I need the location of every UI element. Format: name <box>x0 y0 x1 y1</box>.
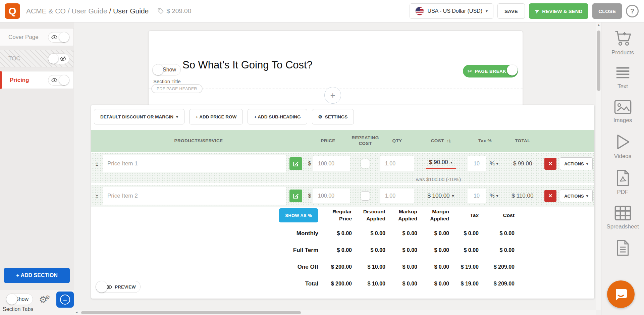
scroll-left-icon[interactable]: ◄ <box>75 311 78 314</box>
add-content-button[interactable]: + <box>324 87 341 104</box>
sidebar-footer: Show Section Tabs ⚙⚙ ← <box>0 290 74 315</box>
toggle-knob <box>59 32 69 42</box>
tool-images[interactable]: Images <box>613 100 632 124</box>
x-icon: ✕ <box>548 161 553 166</box>
drag-handle-icon[interactable]: ↕ <box>91 153 103 175</box>
section-tabs-toggle[interactable]: Show <box>6 294 33 305</box>
tax-input[interactable] <box>468 156 486 171</box>
add-price-row-button[interactable]: + ADD PRICE ROW <box>189 109 243 124</box>
toggle-knob <box>153 64 163 75</box>
delete-row-button[interactable]: ✕ <box>544 158 556 170</box>
edit-item-button[interactable] <box>289 190 302 202</box>
col-total: TOTAL <box>502 130 543 152</box>
breadcrumb-path[interactable]: ACME & CO / User Guide <box>26 7 107 15</box>
review-send-button[interactable]: ➤ REVIEW & SEND <box>529 3 589 19</box>
currency-selector[interactable]: USA - US Dollar (USD) ▾ <box>410 3 493 19</box>
paper-plane-icon: ➤ <box>534 7 540 15</box>
summary-value: $ 0.00 <box>481 225 517 242</box>
tool-videos[interactable]: Videos <box>614 134 632 160</box>
delete-row-button[interactable]: ✕ <box>544 190 556 202</box>
tax-unit-dropdown[interactable]: %▾ <box>490 193 498 199</box>
help-icon[interactable]: ? <box>626 5 639 17</box>
tool-pdf[interactable]: PDF <box>615 169 630 196</box>
tool-document-partial[interactable] <box>616 240 630 256</box>
summary-value: $ 0.00 <box>320 225 354 242</box>
price-table-header: PRODUCTS/SERVICE PRICE REPEATING COST QT… <box>91 130 594 152</box>
chevron-down-icon: ▾ <box>496 161 498 166</box>
summary-col-header: Regular Price <box>320 206 354 225</box>
sidebar-item-pricing[interactable]: Pricing <box>0 71 74 89</box>
app-root: Q ACME & CO / User Guide / User Guide $ … <box>0 0 644 315</box>
quote-total-tag: $ 209.00 <box>157 7 191 15</box>
summary-value: $ 0.00 <box>451 225 481 242</box>
add-subheading-button[interactable]: + ADD SUB-HEADING <box>248 109 307 124</box>
cover-page-visibility-toggle[interactable] <box>48 32 69 43</box>
cost-dropdown[interactable]: $ 100.00▾ <box>414 185 468 207</box>
section-label: Pricing <box>10 77 29 84</box>
sidebar-item-cover-page[interactable]: Cover Page <box>0 28 74 46</box>
tax-input[interactable] <box>468 189 486 203</box>
price-row-2: ↕ $ $ 100.00▾ <box>91 185 594 207</box>
repeating-cost-checkbox[interactable] <box>361 159 370 168</box>
row-actions-dropdown[interactable]: ACTIONS▾ <box>560 157 593 170</box>
chevron-down-icon: ▾ <box>586 161 588 166</box>
edit-item-button[interactable] <box>289 157 302 170</box>
section-title[interactable]: So What's It Going To Cost? <box>182 59 313 71</box>
horizontal-scrollbar[interactable]: ◄ <box>74 310 596 315</box>
tax-unit-dropdown[interactable]: %▾ <box>490 161 498 167</box>
qty-input[interactable] <box>380 189 414 203</box>
default-discount-dropdown[interactable]: DEFAULT DISCOUNT OR MARGIN ▾ <box>94 109 184 124</box>
page-break-toggle[interactable]: ✂ PAGE BREAK <box>463 65 518 77</box>
item-name-input[interactable] <box>103 187 286 205</box>
scroll-up-icon[interactable]: ▲ <box>596 23 601 27</box>
chevron-down-icon: ▾ <box>450 160 452 165</box>
horizontal-scroll-thumb[interactable] <box>81 311 301 314</box>
repeating-cost-checkbox[interactable] <box>361 191 370 201</box>
pencil-square-icon <box>292 193 299 199</box>
summary-value: $ 0.00 <box>387 275 419 292</box>
pricing-visibility-toggle[interactable] <box>48 75 69 86</box>
top-bar: Q ACME & CO / User Guide / User Guide $ … <box>0 0 644 22</box>
x-icon: ✕ <box>548 193 553 199</box>
add-section-button[interactable]: + ADD SECTION <box>4 268 70 283</box>
tool-text[interactable]: Text <box>615 66 631 90</box>
eye-icon <box>51 77 57 83</box>
item-name-input[interactable] <box>103 155 286 172</box>
app-logo-icon[interactable]: Q <box>5 3 20 19</box>
toc-visibility-toggle[interactable] <box>48 53 69 64</box>
price-input[interactable] <box>313 189 350 203</box>
chat-widget-button[interactable] <box>607 280 635 308</box>
summary-row-label: Monthly <box>263 225 320 242</box>
close-button[interactable]: CLOSE <box>592 3 622 19</box>
col-repeating-cost: REPEATING COST <box>350 130 380 152</box>
play-icon <box>615 134 631 150</box>
chevron-down-icon: ▾ <box>452 194 454 198</box>
section-label: Cover Page <box>8 34 39 41</box>
qty-input[interactable] <box>380 156 414 171</box>
currency-label: USA - US Dollar (USD) <box>427 8 482 14</box>
section-title-show-toggle[interactable]: Show <box>153 64 181 75</box>
summary-row-label: Full Term <box>263 242 320 259</box>
price-input[interactable] <box>313 156 350 171</box>
save-button[interactable]: SAVE <box>497 3 525 19</box>
row-actions-dropdown[interactable]: ACTIONS▾ <box>560 190 593 202</box>
preview-toggle[interactable]: PREVIEW <box>96 281 141 293</box>
cost-was-note: was $100.00 (-10%) <box>416 175 490 182</box>
col-cost[interactable]: COST ↑ 19 <box>414 130 468 152</box>
pricing-toolbar: DEFAULT DISCOUNT OR MARGIN ▾ + ADD PRICE… <box>94 109 354 124</box>
tool-products[interactable]: Products <box>611 30 634 56</box>
summary-value: $ 0.00 <box>419 275 451 292</box>
show-as-percent-button[interactable]: SHOW AS % <box>279 208 318 222</box>
sort-numeric-icon[interactable]: ↑ 19 <box>447 138 450 144</box>
cost-dropdown[interactable]: $ 90.00▾ <box>414 153 468 175</box>
settings-button[interactable]: ⚙ SETTINGS <box>312 109 354 124</box>
sidebar-item-toc[interactable]: TOC <box>0 50 74 67</box>
vertical-scrollbar[interactable]: ▲ <box>596 22 601 310</box>
tool-label: Spreadsheet <box>606 223 639 230</box>
settings-gears-icon[interactable]: ⚙⚙ <box>39 294 50 305</box>
collapse-sidebar-button[interactable]: ← <box>56 292 74 308</box>
toggle-knob <box>48 54 58 64</box>
drag-handle-icon[interactable]: ↕ <box>91 185 103 207</box>
vertical-scroll-thumb[interactable] <box>597 31 600 91</box>
tool-spreadsheet[interactable]: Spreadsheet <box>606 205 639 230</box>
